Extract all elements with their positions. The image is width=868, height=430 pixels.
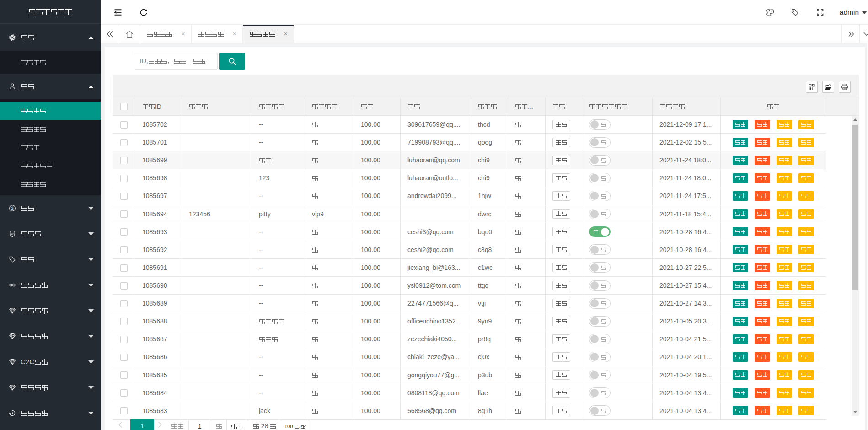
svg-text:$: $ [11,205,14,210]
